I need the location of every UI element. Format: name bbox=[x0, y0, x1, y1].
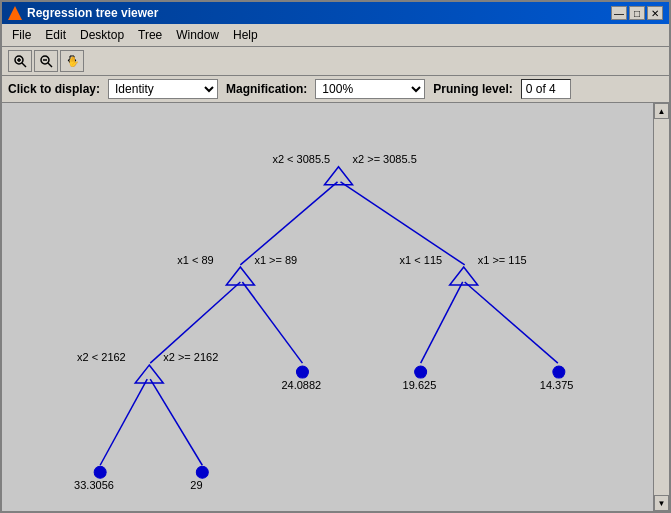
click-to-display-select[interactable]: Identity bbox=[108, 79, 218, 99]
minimize-button[interactable]: — bbox=[611, 6, 627, 20]
svg-text:14.375: 14.375 bbox=[540, 379, 574, 391]
toolbar: ✋ bbox=[2, 47, 669, 76]
svg-point-36 bbox=[196, 466, 208, 478]
title-bar-left: Regression tree viewer bbox=[8, 6, 158, 20]
canvas-area: x2 < 3085.5 x2 >= 3085.5 x1 < 89 x1 >= 8… bbox=[2, 103, 653, 511]
menu-window[interactable]: Window bbox=[170, 26, 225, 44]
menu-tree[interactable]: Tree bbox=[132, 26, 168, 44]
svg-text:33.3056: 33.3056 bbox=[74, 479, 114, 491]
svg-point-28 bbox=[296, 366, 308, 378]
magnification-select[interactable]: 100% bbox=[315, 79, 425, 99]
title-buttons: — □ ✕ bbox=[611, 6, 663, 20]
svg-text:x1 >= 89: x1 >= 89 bbox=[254, 254, 297, 266]
svg-text:x1 >= 115: x1 >= 115 bbox=[478, 254, 527, 266]
svg-point-34 bbox=[94, 466, 106, 478]
svg-text:19.625: 19.625 bbox=[403, 379, 437, 391]
scroll-track[interactable] bbox=[654, 119, 669, 495]
svg-text:x1 < 89: x1 < 89 bbox=[177, 254, 213, 266]
close-button[interactable]: ✕ bbox=[647, 6, 663, 20]
svg-point-32 bbox=[553, 366, 565, 378]
pruning-level-value: 0 of 4 bbox=[521, 79, 571, 99]
menu-desktop[interactable]: Desktop bbox=[74, 26, 130, 44]
svg-line-11 bbox=[242, 282, 302, 363]
svg-line-12 bbox=[421, 282, 463, 363]
scrollbar-vertical[interactable]: ▲ ▼ bbox=[653, 103, 669, 511]
menu-help[interactable]: Help bbox=[227, 26, 264, 44]
title-bar: Regression tree viewer — □ ✕ bbox=[2, 2, 669, 24]
window-title: Regression tree viewer bbox=[27, 6, 158, 20]
svg-text:x2 >= 3085.5: x2 >= 3085.5 bbox=[353, 153, 417, 165]
scroll-up-button[interactable]: ▲ bbox=[654, 103, 669, 119]
main-window: Regression tree viewer — □ ✕ File Edit D… bbox=[0, 0, 671, 513]
svg-line-5 bbox=[48, 63, 52, 67]
svg-line-1 bbox=[22, 63, 26, 67]
app-icon bbox=[8, 6, 22, 20]
svg-line-14 bbox=[100, 379, 147, 465]
magnification-label: Magnification: bbox=[226, 82, 307, 96]
svg-point-30 bbox=[415, 366, 427, 378]
svg-text:x2 < 3085.5: x2 < 3085.5 bbox=[272, 153, 330, 165]
zoom-in-button[interactable] bbox=[8, 50, 32, 72]
pan-button[interactable]: ✋ bbox=[60, 50, 84, 72]
svg-line-15 bbox=[150, 379, 202, 465]
click-to-display-label: Click to display: bbox=[8, 82, 100, 96]
svg-text:29: 29 bbox=[190, 479, 202, 491]
svg-marker-22 bbox=[450, 267, 478, 285]
svg-text:x1 < 115: x1 < 115 bbox=[400, 254, 443, 266]
svg-text:24.0882: 24.0882 bbox=[281, 379, 321, 391]
svg-line-13 bbox=[465, 282, 558, 363]
pruning-level-label: Pruning level: bbox=[433, 82, 512, 96]
svg-text:x2 >= 2162: x2 >= 2162 bbox=[163, 351, 218, 363]
svg-line-8 bbox=[240, 182, 337, 265]
menu-file[interactable]: File bbox=[6, 26, 37, 44]
svg-text:x2 < 2162: x2 < 2162 bbox=[77, 351, 126, 363]
tree-svg: x2 < 3085.5 x2 >= 3085.5 x1 < 89 x1 >= 8… bbox=[2, 103, 653, 511]
controls-bar: Click to display: Identity Magnification… bbox=[2, 76, 669, 103]
svg-marker-25 bbox=[135, 365, 163, 383]
main-content: x2 < 3085.5 x2 >= 3085.5 x1 < 89 x1 >= 8… bbox=[2, 103, 669, 511]
maximize-button[interactable]: □ bbox=[629, 6, 645, 20]
menu-edit[interactable]: Edit bbox=[39, 26, 72, 44]
scroll-down-button[interactable]: ▼ bbox=[654, 495, 669, 511]
menu-bar: File Edit Desktop Tree Window Help bbox=[2, 24, 669, 47]
svg-line-9 bbox=[341, 182, 465, 265]
svg-text:✋: ✋ bbox=[67, 55, 79, 68]
zoom-out-button[interactable] bbox=[34, 50, 58, 72]
svg-marker-16 bbox=[324, 167, 352, 185]
